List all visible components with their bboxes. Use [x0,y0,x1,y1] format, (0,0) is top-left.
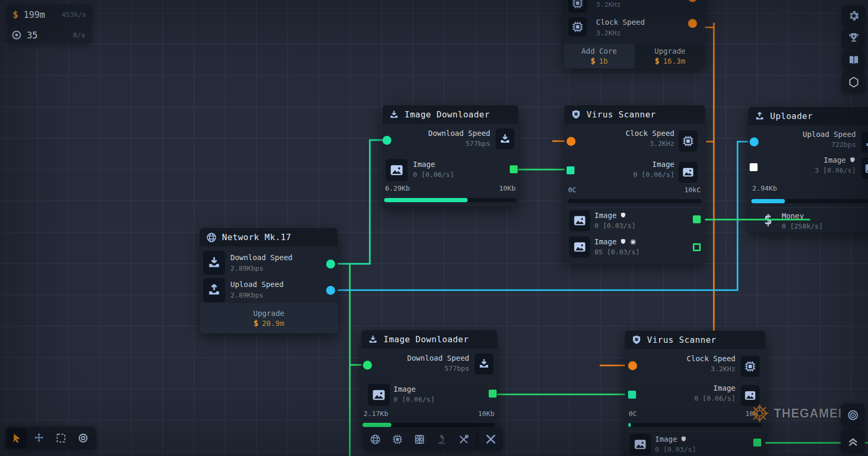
cpu-icon [741,356,760,377]
virus-image-output-port[interactable] [693,243,701,251]
uploader-node[interactable]: Uploader Upload Speed 722bps Image 3 [0.… [748,107,868,233]
money-rate: 453k/s [62,11,93,18]
upload-speed-value: 2.89Kbps [230,291,264,299]
game-canvas[interactable]: $ 199m 453k/s 35 0/s 3.2KHz Clock Speed … [0,0,868,456]
image-input-port[interactable] [750,163,758,171]
add-core-price: 1b [599,57,608,65]
dollar-icon: $ [759,211,777,229]
buffer-current: 6.29Kb [385,184,410,192]
cycles-current: 0C [568,186,577,194]
upload-speed-label: Upload Speed [230,280,284,289]
fan-icon [413,433,426,445]
download-icon [496,128,514,150]
clean-image-output-port[interactable] [753,439,761,447]
clock-output-port[interactable] [688,0,697,2]
upgrade-button[interactable]: Upgrade $16.3m [635,44,705,68]
pan-tool-button[interactable] [29,428,49,448]
clean-image-output-port[interactable] [693,215,701,223]
download-wire-top [338,140,385,264]
clock-node[interactable]: 3.2KHz Clock Speed 3.2KHz Add Core $1b U… [564,0,705,68]
virus-scanner-node[interactable]: Virus Scanner Clock Speed 3.2KHz Image 0… [564,105,705,263]
demolish-button[interactable] [479,428,503,451]
recenter-button[interactable] [841,403,865,427]
image-input-port[interactable] [628,391,636,399]
upload-input-port[interactable] [750,137,759,146]
download-speed-value: 2.89Kbps [230,264,264,272]
clock-speed-label: Clock Speed [625,129,674,137]
download-input-port[interactable] [363,361,372,370]
gear-icon [847,9,860,22]
upload-icon [754,111,765,122]
image-input-value: 0 [0.06/s] [633,171,674,179]
book-icon [847,54,860,66]
upload-speed-value: 722bps [831,141,856,148]
upload-output-port[interactable] [326,286,335,295]
image-icon [679,162,698,183]
image-input-value: 3 [0.06/s] [815,166,856,174]
image-downloader-node[interactable]: Image Downloader Download Speed 577bps I… [361,330,497,429]
divider [751,207,868,208]
node-header[interactable]: Virus Scanner [625,331,765,349]
buffer-max: 10Kb [499,184,516,192]
divider [568,207,702,208]
build-cooler-button[interactable] [409,429,429,449]
image-input-port[interactable] [567,166,574,174]
node-title: Virus Scanner [647,335,716,345]
buffer-current: 2.17Kb [364,410,388,418]
download-input-port[interactable] [382,136,391,145]
dollar-icon: $ [13,9,18,20]
clean-image-label: Image [594,211,627,220]
node-header[interactable]: Image Downloader [382,105,518,124]
cpu-icon [391,433,403,445]
image-output-value: 0 [0.06/s] [393,395,435,403]
upgrade-button[interactable]: Upgrade $20.9m [200,303,338,333]
points-counter: 35 0/s [6,26,92,44]
buffer-current: 2.94Kb [752,184,777,192]
download-speed-value: 577bps [445,364,469,372]
image-output-label: Image [413,160,435,168]
guide-button[interactable] [842,49,865,71]
upgrade-label: Upgrade [253,309,284,318]
skills-button[interactable] [842,72,865,93]
add-core-button[interactable]: Add Core $1b [564,44,634,68]
clock-input-port[interactable] [567,137,576,146]
image-downloader-node[interactable]: Image Downloader Download Speed 577bps I… [382,105,518,206]
achievements-button[interactable] [842,27,865,48]
build-cpu-button[interactable] [387,429,407,449]
settings-button[interactable] [842,5,865,26]
upload-icon [203,278,225,302]
download-output-port[interactable] [326,260,335,269]
virus-scanner-node[interactable]: Virus Scanner Clock Speed 3.2KHz Image 0… [625,331,765,456]
build-network-button[interactable] [365,429,385,449]
network-node[interactable]: Network Mk.17 Download Speed 2.89Kbps Up… [200,228,338,333]
cycles-bar [628,423,762,427]
clock-output-port[interactable] [688,19,697,28]
build-tools-button[interactable] [453,429,473,449]
dollar-icon: $ [591,56,596,66]
buffer-max: 10Kb [478,410,494,418]
download-speed-label: Download Speed [230,253,292,262]
download-speed-label: Download Speed [428,129,490,137]
cpu-icon [568,0,587,13]
node-header[interactable]: Uploader [748,107,868,125]
build-research-button[interactable] [431,429,451,449]
clock-speed-label: Clock Speed [687,354,735,363]
node-header[interactable]: Image Downloader [361,330,497,349]
radius-tool-button[interactable] [73,428,93,448]
image-input-label: Image [713,384,735,392]
shield-icon [620,238,627,245]
upload-speed-label: Upload Speed [803,130,856,138]
node-header[interactable]: Network Mk.17 [200,228,338,246]
cursor-icon [11,432,23,444]
clock-input-port[interactable] [628,361,637,370]
node-header[interactable]: Virus Scanner [564,105,705,124]
collapse-button[interactable] [841,429,865,453]
points-rate: 0/s [73,31,92,39]
buffer-bar [362,423,495,427]
shield-icon [849,156,856,164]
select-tool-button[interactable] [7,428,27,448]
image-output-port[interactable] [489,390,497,398]
marquee-tool-button[interactable] [51,428,71,448]
image-output-port[interactable] [510,165,518,173]
node-title: Image Downloader [383,334,469,344]
